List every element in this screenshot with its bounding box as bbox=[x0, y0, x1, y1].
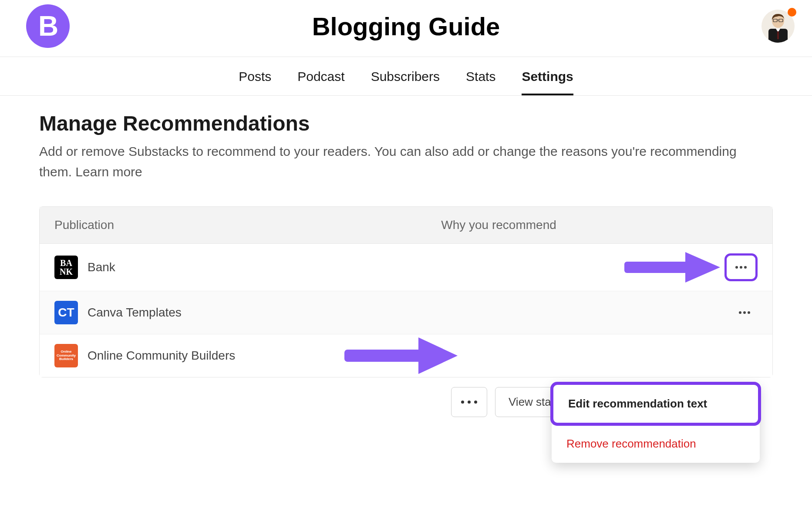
recommendations-table: Publication Why you recommend BA NK Bank bbox=[39, 206, 773, 377]
col-publication: Publication bbox=[54, 218, 441, 232]
col-why: Why you recommend bbox=[441, 218, 758, 232]
nav-tabs: Posts Podcast Subscribers Stats Settings bbox=[0, 57, 812, 96]
table-row: BA NK Bank bbox=[40, 244, 772, 291]
svg-rect-7 bbox=[344, 350, 423, 362]
tab-settings[interactable]: Settings bbox=[522, 69, 573, 95]
logo-letter: B bbox=[38, 10, 57, 42]
more-icon bbox=[739, 311, 750, 314]
svg-rect-6 bbox=[624, 262, 690, 273]
publication-icon: Online Community Builders bbox=[54, 344, 78, 367]
tab-podcast[interactable]: Podcast bbox=[297, 69, 344, 95]
publication-name: Canva Templates bbox=[88, 306, 182, 320]
more-icon bbox=[735, 266, 747, 269]
tab-posts[interactable]: Posts bbox=[239, 69, 271, 95]
row-more-button[interactable] bbox=[731, 303, 758, 322]
row-more-button[interactable] bbox=[724, 253, 758, 281]
footer-more-button[interactable] bbox=[451, 387, 487, 417]
tab-stats[interactable]: Stats bbox=[466, 69, 495, 95]
table-header: Publication Why you recommend bbox=[40, 207, 772, 244]
edit-recommendation-button[interactable]: Edit recommendation text bbox=[550, 382, 761, 426]
header: B Blogging Guide bbox=[0, 0, 812, 57]
page-description: Add or remove Substacks to recommend to … bbox=[39, 141, 758, 182]
svg-rect-5 bbox=[777, 31, 779, 39]
annotation-arrow-icon bbox=[344, 337, 458, 374]
remove-recommendation-button[interactable]: Remove recommendation bbox=[552, 424, 760, 434]
notification-dot-icon bbox=[788, 8, 796, 17]
user-avatar[interactable] bbox=[761, 10, 795, 43]
site-logo[interactable]: B bbox=[26, 4, 70, 48]
row-actions-popup: Edit recommendation text Remove recommen… bbox=[552, 383, 760, 434]
publication-name: Online Community Builders bbox=[88, 349, 235, 363]
page-title: Manage Recommendations bbox=[39, 111, 773, 135]
annotation-arrow-icon bbox=[624, 252, 720, 283]
site-title: Blogging Guide bbox=[312, 12, 500, 41]
table-row: CT Canva Templates bbox=[40, 291, 772, 334]
publication-icon: CT bbox=[54, 301, 78, 324]
table-row: Online Community Builders Online Communi… bbox=[40, 334, 772, 377]
publication-name: Bank bbox=[88, 260, 115, 274]
tab-subscribers[interactable]: Subscribers bbox=[371, 69, 440, 95]
publication-icon: BA NK bbox=[54, 256, 78, 279]
